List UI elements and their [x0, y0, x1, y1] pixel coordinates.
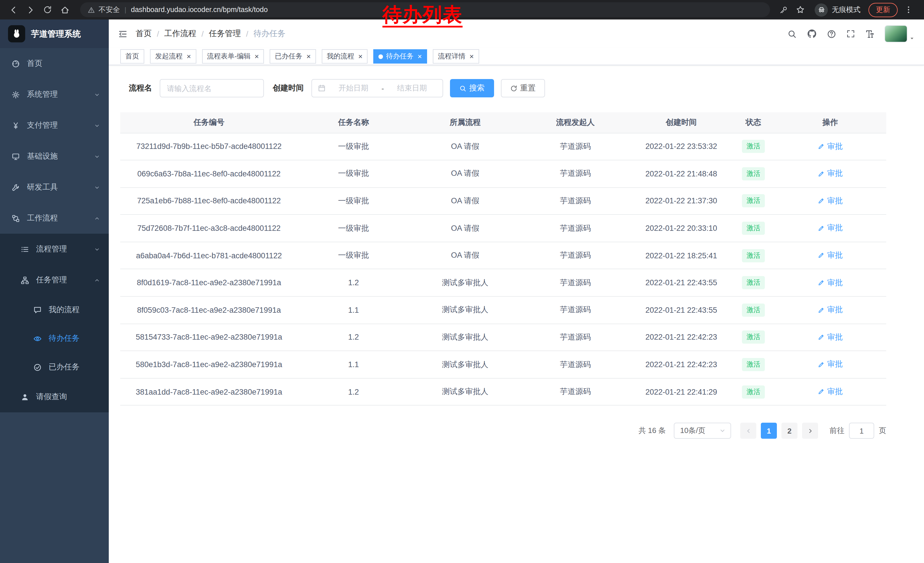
cell-process: 测试多审批人 — [410, 269, 521, 296]
approve-link[interactable]: 审批 — [818, 305, 843, 315]
cell-action: 审批 — [774, 133, 886, 160]
avatar — [885, 25, 908, 42]
goto-page-input[interactable] — [849, 423, 874, 439]
breadcrumb-item[interactable]: 任务管理 — [209, 29, 241, 39]
approve-link[interactable]: 审批 — [818, 195, 843, 206]
breadcrumb-item[interactable]: 首页 — [136, 29, 152, 39]
tab-view[interactable]: 已办任务× — [270, 49, 316, 63]
page-number-button[interactable]: 2 — [782, 423, 798, 439]
search-icon[interactable] — [787, 29, 797, 39]
approve-link[interactable]: 审批 — [818, 250, 843, 261]
sidebar-item[interactable]: 基础设施 — [0, 141, 109, 172]
browser-home-icon[interactable] — [57, 2, 72, 17]
tab-view[interactable]: 发起流程× — [150, 49, 196, 63]
pagination-total: 共 16 条 — [639, 426, 666, 436]
cell-action: 审批 — [774, 187, 886, 215]
fullscreen-icon[interactable] — [846, 29, 855, 38]
chat-icon — [33, 306, 43, 314]
password-key-icon[interactable] — [776, 2, 790, 17]
bookmark-star-icon[interactable] — [793, 2, 808, 17]
tab-view[interactable]: 首页 — [120, 49, 144, 63]
sidebar-item[interactable]: 工作流程 — [0, 203, 109, 234]
sidebar-item-label: 待办任务 — [49, 333, 80, 344]
sidebar-item[interactable]: 已办任务 — [0, 353, 109, 381]
close-icon[interactable]: × — [470, 53, 474, 60]
cell-task-id: 8f059c03-7ac8-11ec-a9e2-a2380e71991a — [120, 296, 298, 324]
edit-icon — [818, 197, 825, 204]
cell-process: 测试多审批人 — [410, 296, 521, 324]
close-icon[interactable]: × — [187, 53, 191, 60]
close-icon[interactable]: × — [418, 53, 422, 60]
status-badge: 激活 — [742, 222, 765, 235]
page-number-button[interactable]: 1 — [761, 423, 777, 439]
cell-initiator: 芋道源码 — [521, 378, 630, 405]
tab-view[interactable]: 我的流程× — [322, 49, 368, 63]
update-button[interactable]: 更新 — [868, 3, 898, 17]
status-badge: 激活 — [742, 167, 765, 180]
page-size-select[interactable]: 10条/页 — [674, 423, 731, 439]
tab-label: 流程详情 — [438, 51, 465, 61]
sidebar-item[interactable]: 首页 — [0, 48, 109, 79]
app-logo[interactable]: 芋道管理系统 — [0, 20, 109, 48]
sidebar-item[interactable]: 流程管理 — [0, 234, 109, 264]
sidebar-item[interactable]: 支付管理 — [0, 110, 109, 141]
browser-back-icon[interactable] — [6, 2, 21, 17]
table-row: 381aa1dd-7ac8-11ec-a9e2-a2380e71991a 1.2… — [120, 378, 886, 405]
page-content: 流程名 创建时间 开始日期 - 结束日期 搜索 — [109, 65, 924, 439]
process-name-input-field[interactable] — [167, 84, 256, 93]
close-icon[interactable]: × — [358, 53, 363, 60]
tab-view[interactable]: 流程详情× — [433, 49, 479, 63]
sidebar-item[interactable]: 系统管理 — [0, 79, 109, 110]
breadcrumb-separator: / — [246, 29, 249, 38]
prev-page-button[interactable] — [740, 423, 756, 439]
edit-icon — [818, 306, 825, 314]
cell-task-id: 8f0d1619-7ac8-11ec-a9e2-a2380e71991a — [120, 269, 298, 296]
cell-created: 2022-01-21 22:43:55 — [630, 296, 733, 324]
column-header: 任务名称 — [298, 112, 410, 133]
breadcrumb-item[interactable]: 工作流程 — [164, 29, 196, 39]
process-name-label: 流程名 — [129, 83, 152, 93]
cell-initiator: 芋道源码 — [521, 296, 630, 324]
create-time-label: 创建时间 — [273, 83, 304, 93]
reset-button[interactable]: 重置 — [501, 79, 545, 98]
browser-refresh-icon[interactable] — [40, 2, 55, 17]
table-header-row: 任务编号任务名称所属流程流程发起人创建时间状态操作 — [120, 112, 886, 133]
end-date-placeholder: 结束日期 — [387, 83, 436, 93]
approve-link[interactable]: 审批 — [818, 387, 843, 397]
next-page-button[interactable] — [802, 423, 818, 439]
help-question-icon[interactable] — [826, 29, 836, 39]
create-time-range-picker[interactable]: 开始日期 - 结束日期 — [311, 79, 443, 98]
approve-link[interactable]: 审批 — [818, 278, 843, 288]
sidebar-item[interactable]: 任务管理 — [0, 264, 109, 296]
approve-link[interactable]: 审批 — [818, 168, 843, 179]
cell-task-id: 75d72608-7b7f-11ec-a3c8-acde48001122 — [120, 215, 298, 242]
approve-link[interactable]: 审批 — [818, 223, 843, 233]
sidebar-item[interactable]: 研发工具 — [0, 172, 109, 203]
tab-view[interactable]: 流程表单-编辑× — [202, 49, 264, 63]
search-button[interactable]: 搜索 — [450, 79, 494, 98]
github-icon[interactable] — [807, 29, 817, 39]
cell-action: 审批 — [774, 160, 886, 187]
sidebar-item[interactable]: 请假查询 — [0, 381, 109, 412]
approve-link[interactable]: 审批 — [818, 141, 843, 152]
tab-view[interactable]: 待办任务× — [374, 49, 427, 63]
sidebar-item[interactable]: 我的流程 — [0, 296, 109, 324]
chevron-down-icon — [719, 428, 726, 434]
browser-forward-icon[interactable] — [23, 2, 38, 17]
chevron-down-icon — [94, 122, 100, 129]
font-size-icon[interactable] — [865, 29, 875, 39]
cell-created: 2022-01-22 21:37:30 — [630, 187, 733, 215]
browser-menu-kebab-icon[interactable] — [901, 2, 916, 17]
approve-link[interactable]: 审批 — [818, 359, 843, 370]
approve-link[interactable]: 审批 — [818, 332, 843, 342]
user-avatar-menu[interactable] — [885, 25, 915, 42]
cell-task-name: 1.1 — [298, 296, 410, 324]
process-name-input[interactable] — [159, 79, 264, 98]
sidebar-fold-icon[interactable] — [118, 29, 128, 39]
cell-process: 测试多审批人 — [410, 351, 521, 378]
sidebar-item[interactable]: 待办任务 — [0, 324, 109, 353]
incognito-icon — [814, 3, 828, 17]
close-icon[interactable]: × — [306, 53, 310, 60]
close-icon[interactable]: × — [255, 53, 259, 60]
sidebar-item-label: 任务管理 — [36, 275, 67, 285]
